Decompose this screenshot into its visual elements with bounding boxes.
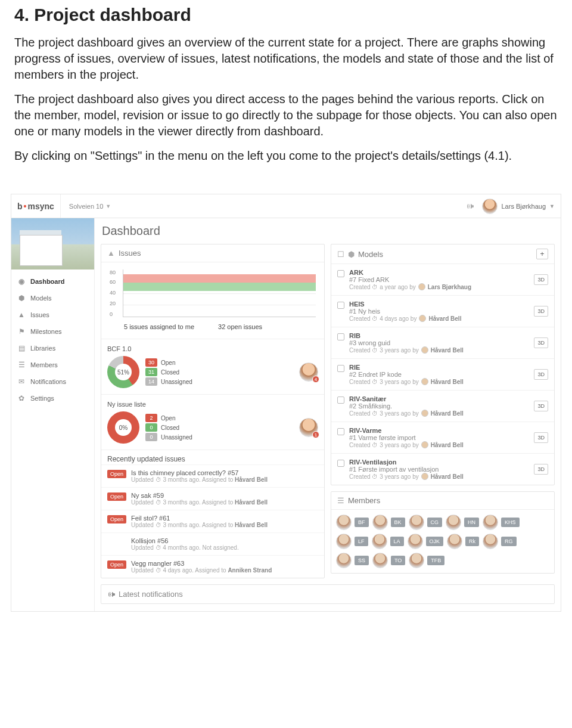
page-title: Dashboard bbox=[102, 224, 555, 238]
model-revision: #2 Endret IP kode bbox=[349, 371, 529, 378]
caret-down-icon: ▼ bbox=[105, 203, 111, 209]
nav-icon: ◉ bbox=[17, 277, 26, 286]
avatar bbox=[408, 534, 423, 549]
recent-issue-item[interactable]: Kollisjon #56Updated ⏱ 4 months ago. Not… bbox=[101, 532, 324, 555]
avatar bbox=[372, 515, 388, 530]
recent-issue-item[interactable]: OpenFeil stol? #61Updated ⏱ 3 months ago… bbox=[101, 510, 324, 532]
avatar bbox=[447, 534, 462, 549]
sidebar-item-dashboard[interactable]: ◉Dashboard bbox=[11, 273, 94, 290]
model-name: ARK bbox=[349, 269, 529, 276]
open-3d-button[interactable]: 3D bbox=[534, 369, 548, 380]
member-chip[interactable]: HN bbox=[446, 515, 479, 530]
model-item[interactable]: RIB#3 wrong guidCreated ⏱ 3 years ago by… bbox=[331, 327, 554, 358]
document-section: 4. Project dashboard The project dashboa… bbox=[0, 0, 572, 184]
sidebar-item-issues[interactable]: ▲Issues bbox=[11, 306, 94, 323]
topbar: b•msync Solveien 10 ▼ 🕪 Lars Bjørkhaug ▼ bbox=[11, 194, 561, 218]
warning-icon: ▲ bbox=[107, 249, 115, 258]
model-item[interactable]: HEIS#1 Ny heisCreated ⏱ 4 days ago by Hå… bbox=[331, 295, 554, 327]
open-3d-button[interactable]: 3D bbox=[534, 464, 548, 475]
recent-issues-heading: Recently updated issues bbox=[101, 450, 324, 464]
member-chip[interactable]: KHS bbox=[483, 515, 520, 530]
avatar bbox=[482, 199, 498, 214]
issues-open-stat[interactable]: 32 open issues bbox=[218, 323, 262, 330]
sidebar-item-members[interactable]: ☰Members bbox=[11, 357, 94, 373]
member-chip[interactable]: TFB bbox=[409, 553, 444, 568]
member-initials: BF bbox=[355, 518, 369, 527]
sidebar-item-libraries[interactable]: ▤Libraries bbox=[11, 340, 94, 357]
breadcrumb[interactable]: Solveien 10 ▼ bbox=[61, 203, 111, 210]
member-chip[interactable]: Rk bbox=[447, 534, 479, 549]
nav-label: Notifications bbox=[30, 378, 66, 385]
issues-assigned-stat[interactable]: 5 issues assigned to me bbox=[124, 323, 194, 330]
member-initials: TO bbox=[391, 556, 405, 565]
model-checkbox[interactable] bbox=[337, 270, 344, 277]
nav-icon: ✿ bbox=[17, 394, 26, 402]
open-3d-button[interactable]: 3D bbox=[534, 306, 548, 317]
assignee-avatar[interactable]: 1 bbox=[299, 418, 318, 437]
member-chip[interactable]: CG bbox=[409, 515, 443, 530]
model-meta: Created ⏱ 3 years ago by Håvard Bell bbox=[349, 378, 529, 385]
add-model-button[interactable]: + bbox=[536, 249, 548, 259]
ytick: 80 bbox=[110, 269, 116, 275]
member-initials: LF bbox=[355, 537, 368, 546]
model-revision: #1 Første import av ventilasjon bbox=[349, 466, 529, 473]
model-checkbox[interactable] bbox=[337, 365, 344, 372]
sidebar-item-models[interactable]: ⬢Models bbox=[11, 290, 94, 306]
issue-board[interactable]: Ny issue liste0%2Open0Closed0Unassigned1 bbox=[101, 394, 324, 450]
sidebar-item-settings[interactable]: ✿Settings bbox=[11, 390, 94, 407]
member-chip[interactable]: RG bbox=[483, 534, 517, 549]
model-item[interactable]: ARK#7 Fixed ARKCreated ⏱ a year ago by L… bbox=[331, 264, 554, 295]
issue-meta: Updated ⏱ 3 months ago. Assigned to Håva… bbox=[131, 499, 268, 506]
member-chip[interactable]: LA bbox=[372, 534, 404, 549]
model-checkbox[interactable] bbox=[337, 460, 344, 467]
project-thumbnail[interactable] bbox=[11, 218, 94, 269]
doc-p2: The project dashboard also gives you dir… bbox=[14, 91, 558, 140]
user-menu[interactable]: Lars Bjørkhaug ▼ bbox=[482, 199, 555, 214]
latest-notifications-panel[interactable]: 🕪 Latest notifications bbox=[101, 584, 555, 604]
sidebar-item-milestones[interactable]: ⚑Milestones bbox=[11, 323, 94, 340]
open-3d-button[interactable]: 3D bbox=[534, 401, 548, 411]
issues-chart[interactable]: 80 60 40 20 0 bbox=[107, 269, 318, 317]
issue-title: Kollisjon #56 bbox=[131, 537, 239, 544]
nav-label: Libraries bbox=[30, 345, 55, 352]
avatar bbox=[409, 553, 424, 568]
assignee-avatar[interactable]: 4 bbox=[299, 363, 318, 382]
nav-icon: ☰ bbox=[17, 361, 26, 369]
issue-meta: Updated ⏱ 3 months ago. Assigned to Håva… bbox=[131, 522, 268, 528]
recent-issue-item[interactable]: OpenIs this chimney placed correctly? #5… bbox=[101, 464, 324, 487]
model-item[interactable]: RIE#2 Endret IP kodeCreated ⏱ 3 years ag… bbox=[331, 358, 554, 390]
model-item[interactable]: RIV-Ventilasjon#1 Første import av venti… bbox=[331, 453, 554, 485]
open-3d-button[interactable]: 3D bbox=[534, 337, 548, 348]
member-chip[interactable]: TO bbox=[372, 553, 405, 568]
avatar bbox=[336, 534, 352, 549]
issue-board[interactable]: BCF 1.051%30Open31Closed14Unassigned4 bbox=[101, 339, 324, 394]
member-chip[interactable]: SS bbox=[336, 553, 369, 568]
member-initials: Rk bbox=[465, 537, 479, 546]
nav-label: Members bbox=[30, 361, 58, 368]
bullhorn-icon[interactable]: 🕪 bbox=[466, 202, 474, 210]
model-item[interactable]: RIV-Varme#1 Varme første importCreated ⏱… bbox=[331, 422, 554, 453]
model-checkbox[interactable] bbox=[337, 396, 344, 404]
model-checkbox[interactable] bbox=[337, 428, 344, 435]
issue-meta: Updated ⏱ 4 days ago. Assigned to Annike… bbox=[131, 567, 272, 574]
model-checkbox[interactable] bbox=[337, 333, 344, 340]
sidebar: ◉Dashboard⬢Models▲Issues⚑Milestones▤Libr… bbox=[11, 218, 95, 611]
avatar bbox=[336, 553, 352, 568]
open-3d-button[interactable]: 3D bbox=[534, 274, 548, 285]
ytick: 0 bbox=[110, 311, 113, 317]
avatar bbox=[372, 534, 387, 549]
model-revision: #3 wrong guid bbox=[349, 339, 529, 346]
model-item[interactable]: RIV-Sanitær#2 Småfiksing.Created ⏱ 3 yea… bbox=[331, 390, 554, 422]
recent-issue-item[interactable]: OpenVegg mangler #63Updated ⏱ 4 days ago… bbox=[101, 555, 324, 578]
model-checkbox[interactable] bbox=[337, 302, 344, 309]
model-meta: Created ⏱ 3 years ago by Håvard Bell bbox=[349, 346, 529, 354]
member-chip[interactable]: BF bbox=[336, 515, 369, 530]
recent-issue-item[interactable]: OpenNy sak #59Updated ⏱ 3 months ago. As… bbox=[101, 487, 324, 510]
member-chip[interactable]: BK bbox=[372, 515, 405, 530]
member-chip[interactable]: LF bbox=[336, 534, 368, 549]
logo[interactable]: b•msync bbox=[17, 194, 61, 218]
sidebar-item-notifications[interactable]: ✉Notifications bbox=[11, 373, 94, 390]
member-chip[interactable]: OJK bbox=[408, 534, 444, 549]
open-3d-button[interactable]: 3D bbox=[534, 432, 548, 443]
model-revision: #1 Ny heis bbox=[349, 308, 529, 315]
